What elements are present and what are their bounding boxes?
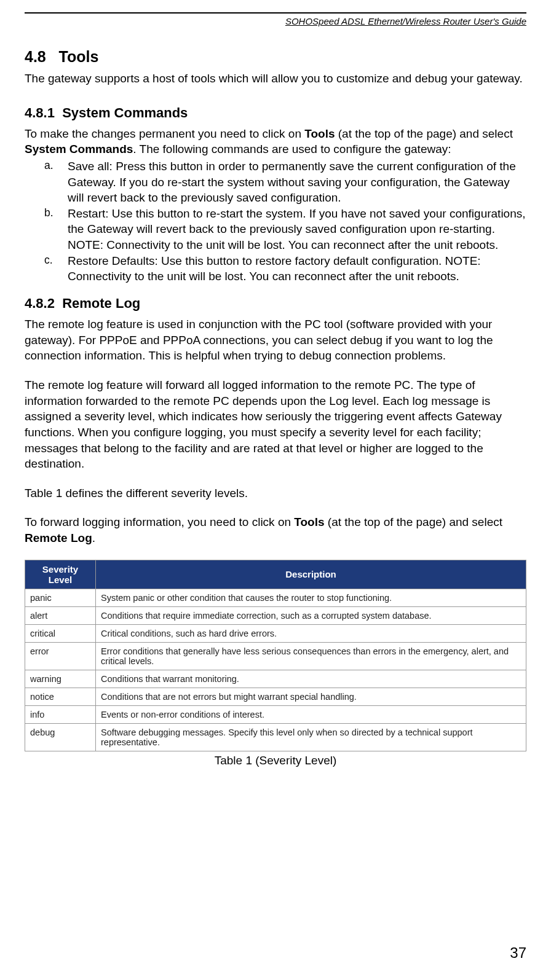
- para-text-part: (at the top of the page) and select: [325, 515, 502, 528]
- description-cell: Software debugging messages. Specify thi…: [96, 723, 526, 751]
- severity-level-cell: notice: [25, 688, 96, 705]
- table-header-row: Severity Level Description: [25, 560, 526, 589]
- list-marker: c.: [25, 253, 68, 284]
- section-title-text: Tools: [59, 48, 99, 65]
- intro-bold-commands: System Commands: [25, 143, 133, 155]
- table-row: debugSoftware debugging messages. Specif…: [25, 723, 526, 751]
- description-cell: Critical conditions, such as hard drive …: [96, 624, 526, 642]
- description-cell: Conditions that require immediate correc…: [96, 606, 526, 624]
- section-heading: 4.8 Tools: [25, 48, 526, 66]
- description-cell: System panic or other condition that cau…: [96, 589, 526, 606]
- section-intro: The gateway supports a host of tools whi…: [25, 71, 526, 87]
- remote-log-para-3: Table 1 defines the different severity l…: [25, 485, 526, 501]
- list-item: b. Restart: Use this button to re-start …: [25, 206, 526, 253]
- table-row: noticeConditions that are not errors but…: [25, 688, 526, 705]
- severity-level-cell: critical: [25, 624, 96, 642]
- list-item: a. Save all: Press this button in order …: [25, 159, 526, 206]
- description-cell: Events or non-error conditions of intere…: [96, 705, 526, 723]
- remote-log-para-4: To forward logging information, you need…: [25, 514, 526, 546]
- list-text: Restore Defaults: Use this button to res…: [68, 253, 526, 284]
- subsection-title-text: Remote Log: [62, 296, 140, 311]
- commands-list: a. Save all: Press this button in order …: [25, 159, 526, 284]
- table-row: criticalCritical conditions, such as har…: [25, 624, 526, 642]
- list-marker: b.: [25, 206, 68, 253]
- severity-level-cell: alert: [25, 606, 96, 624]
- severity-level-cell: error: [25, 642, 96, 670]
- severity-table: Severity Level Description panicSystem p…: [25, 560, 526, 751]
- severity-level-cell: panic: [25, 589, 96, 606]
- list-text: Restart: Use this button to re-start the…: [68, 206, 526, 253]
- intro-text-part: To make the changes permanent you need t…: [25, 127, 304, 140]
- list-item: c. Restore Defaults: Use this button to …: [25, 253, 526, 284]
- subsection-number: 4.8.1: [25, 105, 55, 120]
- table-row: warningConditions that warrant monitorin…: [25, 670, 526, 688]
- intro-bold-tools: Tools: [304, 127, 335, 140]
- table-caption: Table 1 (Severity Level): [25, 754, 526, 767]
- subsection-heading-1: 4.8.1 System Commands: [25, 105, 526, 121]
- description-cell: Conditions that warrant monitoring.: [96, 670, 526, 688]
- table-row: panicSystem panic or other condition tha…: [25, 589, 526, 606]
- severity-level-cell: info: [25, 705, 96, 723]
- table-header-desc: Description: [96, 560, 526, 589]
- remote-log-para-2: The remote log feature will forward all …: [25, 377, 526, 472]
- header-rule: [25, 12, 526, 14]
- subsection-title-text: System Commands: [62, 105, 188, 120]
- description-cell: Error conditions that generally have les…: [96, 642, 526, 670]
- table-row: infoEvents or non-error conditions of in…: [25, 705, 526, 723]
- severity-level-cell: debug: [25, 723, 96, 751]
- list-text: Save all: Press this button in order to …: [68, 159, 526, 206]
- subsection-heading-2: 4.8.2 Remote Log: [25, 296, 526, 312]
- para-bold-tools: Tools: [294, 515, 324, 528]
- list-marker: a.: [25, 159, 68, 206]
- table-row: alertConditions that require immediate c…: [25, 606, 526, 624]
- intro-text-part: (at the top of the page) and select: [335, 127, 513, 140]
- subsection-1-intro: To make the changes permanent you need t…: [25, 126, 526, 157]
- severity-level-cell: warning: [25, 670, 96, 688]
- para-text-part: .: [92, 531, 95, 544]
- intro-text-part: . The following commands are used to con…: [133, 143, 451, 155]
- section-number: 4.8: [25, 48, 46, 65]
- para-text-part: To forward logging information, you need…: [25, 515, 294, 528]
- table-header-level: Severity Level: [25, 560, 96, 589]
- description-cell: Conditions that are not errors but might…: [96, 688, 526, 705]
- page-number: 37: [510, 944, 526, 962]
- subsection-number: 4.8.2: [25, 296, 55, 311]
- document-header: SOHOSpeed ADSL Ethernet/Wireless Router …: [25, 16, 526, 26]
- para-bold-remote-log: Remote Log: [25, 531, 92, 544]
- table-row: errorError conditions that generally hav…: [25, 642, 526, 670]
- remote-log-para-1: The remote log feature is used in conjun…: [25, 316, 526, 364]
